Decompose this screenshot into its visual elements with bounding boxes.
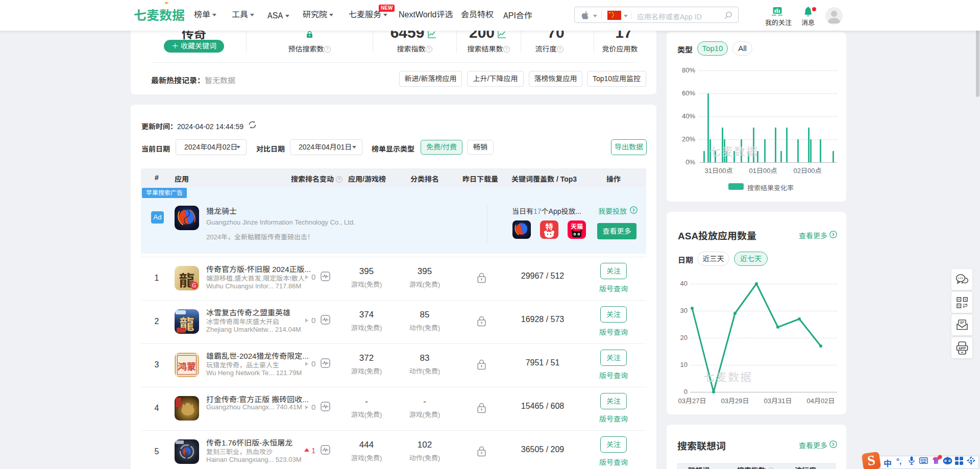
svg-text:APP: APP [959, 347, 966, 350]
